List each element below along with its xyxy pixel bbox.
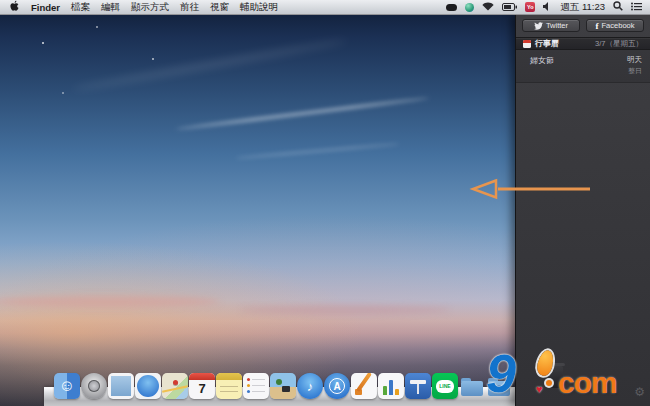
dock-line-icon[interactable]: LINE — [432, 373, 458, 399]
map-road — [162, 385, 188, 392]
dock-keynote-icon[interactable] — [405, 373, 431, 399]
horizon-cloud — [240, 306, 450, 314]
cloud-wisp — [72, 38, 349, 93]
dock-notes-icon[interactable] — [216, 373, 242, 399]
menu-bar: Finder 檔案 編輯 顯示方式 前往 視窗 輔助說明 Yo 週五 11:23 — [0, 0, 650, 15]
calendar-icon — [523, 40, 531, 48]
horizon-cloud — [0, 296, 220, 307]
twitter-button-label: Twitter — [546, 21, 568, 30]
yo-badge-icon[interactable]: Yo — [525, 2, 535, 12]
menu-item-window[interactable]: 視窗 — [210, 1, 229, 14]
dock-reminders-icon[interactable] — [243, 373, 269, 399]
share-buttons-row: Twitter f Facebook — [516, 15, 650, 35]
event-duration: 整日 — [627, 66, 642, 76]
watermark-heart-icon: ♥ — [536, 383, 543, 395]
facebook-button-label: Facebook — [602, 21, 635, 30]
watermark-nine: 9 — [486, 342, 516, 404]
watermark-com-text: com — [558, 366, 617, 400]
menu-bar-clock[interactable]: 週五 11:23 — [560, 1, 605, 14]
calendar-day-number: 7 — [189, 381, 215, 396]
podium-leg — [417, 384, 419, 394]
annotation-arrow-left — [468, 178, 593, 204]
dock-safari-icon[interactable] — [135, 373, 161, 399]
dock-pages-icon[interactable] — [351, 373, 377, 399]
dock: ☺ 7 ♪ A LINE — [54, 373, 512, 399]
dock-maps-icon[interactable] — [162, 373, 188, 399]
star — [42, 42, 44, 44]
menu-item-view[interactable]: 顯示方式 — [131, 1, 169, 14]
watermark-logo: 9 ♥ com — [486, 348, 650, 406]
calendar-section-title: 行事曆 — [535, 38, 559, 49]
contrail-cloud — [235, 143, 400, 159]
apple-menu-icon[interactable] — [10, 0, 20, 14]
dock-numbers-icon[interactable] — [378, 373, 404, 399]
camera — [282, 386, 290, 392]
dock-itunes-icon[interactable]: ♪ — [297, 373, 323, 399]
facebook-share-button[interactable]: f Facebook — [586, 19, 644, 32]
notification-center-icon[interactable] — [631, 2, 642, 13]
palm-tree — [276, 379, 282, 385]
battery-icon[interactable] — [502, 2, 517, 13]
star — [152, 58, 154, 60]
wifi-icon[interactable] — [482, 2, 494, 13]
star — [96, 26, 98, 28]
macos-desktop: Finder 檔案 編輯 顯示方式 前往 視窗 輔助說明 Yo 週五 11:23 — [0, 0, 650, 406]
sync-circle-icon[interactable] — [465, 3, 474, 12]
watermark-exclamation-dot — [546, 380, 552, 386]
map-pin — [173, 380, 178, 385]
watermark-exclamation-balloon — [535, 349, 556, 378]
twitter-bird-icon — [534, 22, 543, 30]
facebook-f-icon: f — [596, 21, 599, 31]
dock-iphoto-icon[interactable] — [270, 373, 296, 399]
menu-item-file[interactable]: 檔案 — [71, 1, 90, 14]
active-app-name[interactable]: Finder — [31, 2, 60, 13]
twitter-share-button[interactable]: Twitter — [522, 19, 580, 32]
dock-finder-icon[interactable]: ☺ — [54, 373, 80, 399]
spotlight-icon[interactable] — [613, 1, 623, 13]
menu-item-go[interactable]: 前往 — [180, 1, 199, 14]
calendar-section-header[interactable]: 行事曆 3/7（星期五） — [516, 37, 650, 50]
dock-preview-icon[interactable] — [108, 373, 134, 399]
compass-needle — [142, 379, 154, 393]
dock-launchpad-icon[interactable] — [81, 373, 107, 399]
event-name: 婦女節 — [530, 55, 554, 76]
dock-documents-folder-icon[interactable] — [459, 373, 485, 399]
star — [62, 92, 64, 94]
menu-item-edit[interactable]: 編輯 — [101, 1, 120, 14]
calendar-section-date: 3/7（星期五） — [595, 39, 643, 49]
volume-icon[interactable] — [543, 2, 552, 13]
menu-item-help[interactable]: 輔助說明 — [240, 1, 278, 14]
event-when: 明天 — [627, 55, 642, 65]
bird-photo — [116, 383, 126, 386]
chat-oval-icon[interactable] — [446, 4, 457, 11]
dock-appstore-icon[interactable]: A — [324, 373, 350, 399]
line-speech-bubble: LINE — [436, 380, 454, 393]
calendar-event-row[interactable]: 婦女節 明天 整日 — [516, 50, 650, 83]
pen — [356, 373, 372, 392]
dock-calendar-icon[interactable]: 7 — [189, 373, 215, 399]
contrail-cloud — [176, 96, 429, 130]
